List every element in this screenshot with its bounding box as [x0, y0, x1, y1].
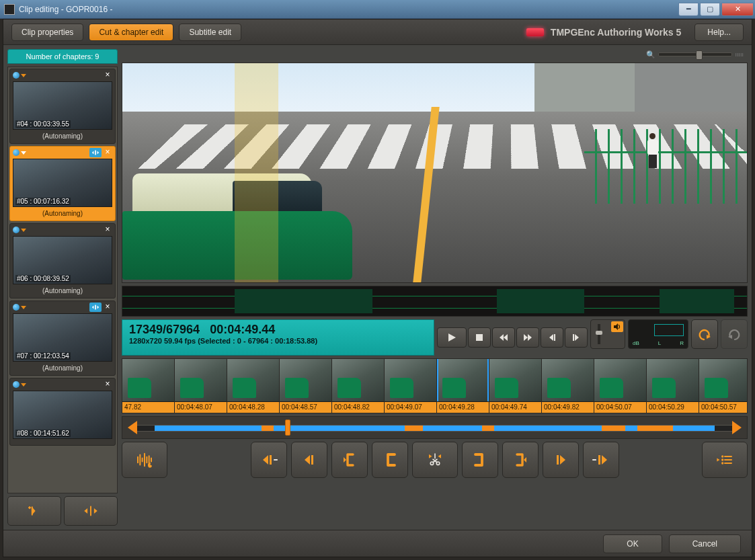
- chapter-list-button[interactable]: [702, 442, 748, 478]
- svg-rect-5: [270, 455, 272, 465]
- filmstrip-frame[interactable]: 00:04:49.28: [437, 359, 489, 413]
- fast-forward-button[interactable]: [516, 327, 539, 348]
- filmstrip-timecode: 00:04:50.57: [699, 402, 748, 413]
- zoom-slider[interactable]: [658, 52, 732, 56]
- split-chapter-button[interactable]: [64, 496, 118, 526]
- timecode-display: 00:04:49.44: [210, 323, 275, 336]
- timeline-segment[interactable]: [625, 426, 637, 431]
- add-chapter-button[interactable]: [7, 496, 61, 526]
- range-end-handle[interactable]: [732, 421, 742, 434]
- play-button[interactable]: [437, 327, 467, 348]
- set-in-point-button[interactable]: [331, 442, 368, 478]
- svg-point-11: [721, 455, 723, 457]
- mark-in-button[interactable]: [372, 442, 408, 478]
- top-toolbar: Clip properties Cut & chapter edit Subti…: [3, 19, 752, 45]
- timeline-segment[interactable]: [274, 426, 405, 431]
- filmstrip-frame[interactable]: 00:04:49.07: [385, 359, 437, 413]
- ok-button[interactable]: OK: [603, 534, 662, 553]
- chapter-close-button[interactable]: ×: [103, 71, 112, 80]
- step-forward-button[interactable]: [565, 327, 588, 348]
- timeline-segment[interactable]: [155, 426, 262, 431]
- playback-info-panel: 17349/67964 00:04:49.44 1280x720 59.94 f…: [122, 319, 434, 356]
- filmstrip-timecode: 00:04:50.29: [647, 402, 699, 413]
- chapter-thumbnail[interactable]: #07 : 00:12:03.54: [13, 313, 112, 362]
- filmstrip-timecode: 00:04:48.28: [227, 402, 279, 413]
- filmstrip-timecode: 00:04:50.07: [594, 402, 646, 413]
- svg-rect-1: [95, 305, 96, 310]
- tab-cut-chapter-edit[interactable]: Cut & chapter edit: [89, 24, 173, 41]
- filmstrip-frame[interactable]: 00:04:49.74: [489, 359, 542, 413]
- chapter-thumbnail[interactable]: #06 : 00:08:39.52: [13, 236, 112, 284]
- help-button[interactable]: Help...: [694, 24, 744, 41]
- volume-control[interactable]: [590, 319, 625, 349]
- filmstrip-frame[interactable]: 00:04:48.07: [175, 359, 227, 413]
- chapter-name-label: [11, 440, 114, 444]
- chapter-name-label: (Autonaming): [11, 363, 114, 374]
- filmstrip-frame[interactable]: 00:04:50.07: [594, 359, 647, 413]
- dialog-footer: OK Cancel: [3, 530, 752, 557]
- chapter-disc-icon: [13, 149, 19, 156]
- chapter-thumbnail[interactable]: #04 : 00:03:39.55: [13, 81, 112, 130]
- window-minimize-button[interactable]: ━: [678, 3, 699, 16]
- timeline-segment[interactable]: [262, 426, 274, 431]
- tab-clip-properties[interactable]: Clip properties: [11, 24, 83, 41]
- timeline-segment[interactable]: [482, 426, 494, 431]
- tab-subtitle-edit[interactable]: Subtitle edit: [179, 24, 241, 41]
- undo-button[interactable]: [691, 319, 718, 349]
- chapter-thumbnail[interactable]: #08 : 00:14:51.62: [13, 391, 112, 439]
- chapter-item[interactable]: ×#05 : 00:07:16.32(Autonaming): [9, 146, 116, 221]
- jump-prev-keyframe-button[interactable]: [291, 442, 327, 478]
- speaker-icon: [611, 321, 623, 332]
- rewind-button[interactable]: [492, 327, 515, 348]
- filmstrip-frame[interactable]: 00:04:50.57: [699, 359, 748, 413]
- chapter-item[interactable]: ×#08 : 00:14:51.62: [9, 378, 116, 446]
- chapter-close-button[interactable]: ×: [103, 380, 112, 389]
- range-start-handle[interactable]: [128, 421, 137, 434]
- filmstrip-frame[interactable]: 00:04:48.57: [280, 359, 332, 413]
- filmstrip[interactable]: 47.8200:04:48.0700:04:48.2800:04:48.5700…: [122, 358, 748, 413]
- stop-button[interactable]: [468, 327, 491, 348]
- cancel-button[interactable]: Cancel: [669, 534, 741, 553]
- chapter-layer-icon: [89, 303, 102, 312]
- chapter-close-button[interactable]: ×: [103, 303, 112, 312]
- cut-button[interactable]: [412, 442, 458, 478]
- set-out-point-button[interactable]: [502, 442, 539, 478]
- filmstrip-frame[interactable]: 00:04:48.82: [332, 359, 385, 413]
- filmstrip-frame[interactable]: 47.82: [122, 359, 175, 413]
- chapter-thumbnail[interactable]: #05 : 00:07:16.32: [13, 159, 112, 207]
- window-close-button[interactable]: ✕: [721, 3, 754, 16]
- jump-next-chapter-button[interactable]: [583, 442, 619, 478]
- chapter-item[interactable]: ×#07 : 00:12:03.54(Autonaming): [9, 301, 116, 376]
- chapter-close-button[interactable]: ×: [103, 225, 112, 235]
- audio-analyze-button[interactable]: [122, 442, 167, 478]
- chapter-close-button[interactable]: ×: [103, 148, 112, 157]
- svg-point-13: [721, 462, 723, 464]
- filmstrip-timecode: 00:04:48.07: [175, 402, 227, 413]
- timeline-segment[interactable]: [637, 426, 673, 431]
- timeline-playhead[interactable]: [285, 419, 290, 436]
- chapter-triangle-icon: [21, 229, 26, 232]
- timeline[interactable]: [122, 416, 748, 439]
- chapter-item[interactable]: ×#04 : 00:03:39.55(Autonaming): [9, 69, 116, 144]
- redo-button[interactable]: [721, 319, 748, 349]
- timeline-segment[interactable]: [494, 426, 602, 431]
- audio-waveform[interactable]: [122, 286, 748, 317]
- timeline-segment[interactable]: [673, 426, 715, 431]
- mark-out-button[interactable]: [462, 442, 498, 478]
- step-back-button[interactable]: [541, 327, 563, 348]
- timeline-segment[interactable]: [602, 426, 625, 431]
- video-preview[interactable]: [122, 63, 748, 283]
- chapter-item[interactable]: ×#06 : 00:08:39.52(Autonaming): [9, 223, 116, 298]
- chapter-triangle-icon: [21, 151, 26, 155]
- timeline-segment[interactable]: [423, 426, 483, 431]
- svg-rect-2: [476, 334, 483, 341]
- window-maximize-button[interactable]: ▢: [700, 3, 720, 16]
- filmstrip-frame[interactable]: 00:04:49.82: [542, 359, 594, 413]
- jump-prev-chapter-button[interactable]: [251, 442, 287, 478]
- jump-next-keyframe-button[interactable]: [543, 442, 579, 478]
- chapter-list[interactable]: ×#04 : 00:03:39.55(Autonaming)×#05 : 00:…: [7, 67, 118, 493]
- filmstrip-frame[interactable]: 00:04:48.28: [227, 359, 280, 413]
- filmstrip-frame[interactable]: 00:04:50.29: [647, 359, 699, 413]
- chapter-timecode: #05 : 00:07:16.32: [15, 198, 71, 205]
- timeline-segment[interactable]: [405, 426, 423, 431]
